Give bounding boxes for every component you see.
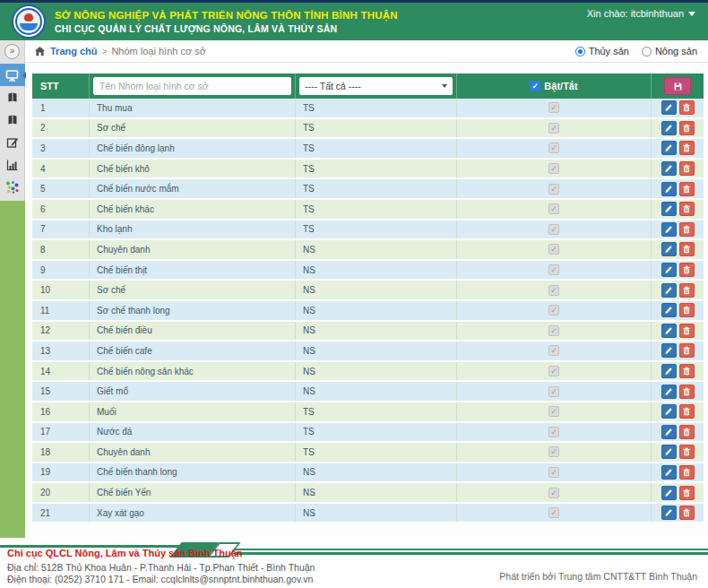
- delete-button[interactable]: [679, 303, 695, 317]
- row-name: Chế biến thanh long: [90, 463, 296, 482]
- edit-button[interactable]: [661, 242, 677, 256]
- edit-button[interactable]: [661, 222, 677, 237]
- edit-button[interactable]: [661, 121, 677, 135]
- save-button[interactable]: [664, 77, 691, 95]
- edit-button[interactable]: [661, 202, 677, 216]
- radio-nong-san[interactable]: Nông sản: [642, 46, 697, 56]
- pencil-icon: [664, 428, 673, 437]
- delete-button[interactable]: [679, 141, 695, 155]
- edit-button[interactable]: [661, 283, 677, 298]
- monitor-icon: [5, 69, 19, 82]
- row-stt: 4: [32, 160, 90, 178]
- row-type: NS: [296, 342, 457, 360]
- pencil-icon: [664, 265, 673, 274]
- delete-button[interactable]: [679, 425, 695, 439]
- trash-icon: [682, 326, 691, 335]
- sidebar-collapse-button[interactable]: »: [4, 44, 20, 59]
- name-filter-input[interactable]: [93, 77, 291, 95]
- row-name: Chế biến cafe: [90, 342, 296, 360]
- sidebar-item-dashboard[interactable]: [0, 64, 25, 86]
- row-name: Chuyên danh: [90, 240, 296, 259]
- edit-button[interactable]: [661, 343, 677, 358]
- delete-button[interactable]: [679, 161, 695, 176]
- edit-button[interactable]: [661, 263, 677, 277]
- sidebar: »: [0, 40, 25, 538]
- table-row: 17 Nước đá TS: [32, 423, 704, 444]
- sidebar-item-map[interactable]: [0, 176, 25, 198]
- main-content: STT ---- Tất cả ---- Bật/Tắt 1: [25, 63, 708, 538]
- row-actions: [652, 261, 704, 280]
- sidebar-item-catalog-2[interactable]: [0, 108, 25, 131]
- delete-button[interactable]: [679, 465, 695, 480]
- pencil-icon: [664, 103, 673, 112]
- pencil-icon: [664, 306, 673, 315]
- sidebar-item-catalog-1[interactable]: [0, 86, 25, 108]
- greeting-text: Xin chào: itcbinhthuan: [587, 8, 684, 19]
- sidebar-item-reports[interactable]: [0, 153, 25, 176]
- delete-button[interactable]: [679, 364, 695, 378]
- pencil-icon: [664, 387, 673, 396]
- delete-button[interactable]: [679, 100, 695, 115]
- edit-button[interactable]: [661, 324, 677, 338]
- delete-button[interactable]: [679, 343, 695, 358]
- row-stt: 20: [32, 483, 90, 502]
- row-type: NS: [296, 240, 457, 259]
- delete-button[interactable]: [679, 121, 695, 135]
- edit-button[interactable]: [661, 486, 677, 500]
- edit-note-icon: [6, 136, 19, 149]
- edit-button[interactable]: [661, 465, 677, 480]
- delete-button[interactable]: [679, 283, 695, 298]
- trash-icon: [682, 265, 691, 274]
- footer-ribbon-stripes: [235, 549, 708, 555]
- row-toggle-cell: [457, 423, 652, 442]
- edit-button[interactable]: [661, 425, 677, 439]
- row-toggle-cell: [457, 483, 652, 502]
- edit-button[interactable]: [661, 445, 677, 459]
- delete-button[interactable]: [679, 324, 695, 338]
- delete-button[interactable]: [679, 385, 695, 399]
- logo-emblem: [24, 13, 33, 22]
- breadcrumb-home-link[interactable]: Trang chủ: [50, 46, 98, 56]
- edit-button[interactable]: [661, 141, 677, 155]
- row-enabled-checkbox: [548, 285, 559, 296]
- edit-button[interactable]: [661, 506, 677, 520]
- delete-button[interactable]: [679, 445, 695, 459]
- delete-button[interactable]: [679, 263, 695, 277]
- delete-button[interactable]: [679, 506, 695, 520]
- edit-button[interactable]: [661, 364, 677, 378]
- row-stt: 16: [32, 402, 90, 421]
- row-type: TS: [296, 99, 457, 117]
- edit-button[interactable]: [661, 404, 677, 419]
- row-toggle-cell: [457, 281, 652, 299]
- user-menu[interactable]: Xin chào: itcbinhthuan: [587, 8, 695, 19]
- radio-thuy-san[interactable]: Thủy sản: [575, 46, 629, 56]
- row-actions: [652, 160, 704, 178]
- radio-thuy-san-label: Thủy sản: [589, 46, 629, 56]
- row-enabled-checkbox: [548, 123, 559, 134]
- delete-button[interactable]: [679, 242, 695, 256]
- row-type: TS: [296, 139, 457, 158]
- row-enabled-checkbox: [548, 143, 559, 153]
- bar-chart-icon: [6, 159, 19, 171]
- edit-button[interactable]: [661, 303, 677, 317]
- footer-org-name: Chi cục QLCL Nông, Lâm và Thủy sản Bình …: [7, 548, 243, 558]
- delete-button[interactable]: [679, 404, 695, 419]
- sidebar-item-register[interactable]: [0, 131, 25, 153]
- row-name: Thu mua: [90, 99, 296, 117]
- delete-button[interactable]: [679, 222, 695, 237]
- delete-button[interactable]: [679, 182, 695, 196]
- toggle-all-checkbox[interactable]: [530, 81, 540, 91]
- type-filter-select[interactable]: ---- Tất cả ----: [299, 77, 453, 95]
- delete-button[interactable]: [679, 202, 695, 216]
- table-row: 9 Chế biến thịt NS: [32, 261, 704, 281]
- row-type: TS: [296, 220, 457, 239]
- row-enabled-checkbox: [548, 224, 559, 235]
- edit-button[interactable]: [661, 161, 677, 176]
- row-actions: [652, 301, 704, 320]
- edit-button[interactable]: [661, 100, 677, 115]
- footer-address: Địa chỉ: 512B Thủ Khoa Huân - P.Thanh Hả…: [7, 562, 315, 573]
- row-enabled-checkbox: [548, 203, 559, 214]
- edit-button[interactable]: [661, 385, 677, 399]
- edit-button[interactable]: [661, 182, 677, 196]
- delete-button[interactable]: [679, 486, 695, 500]
